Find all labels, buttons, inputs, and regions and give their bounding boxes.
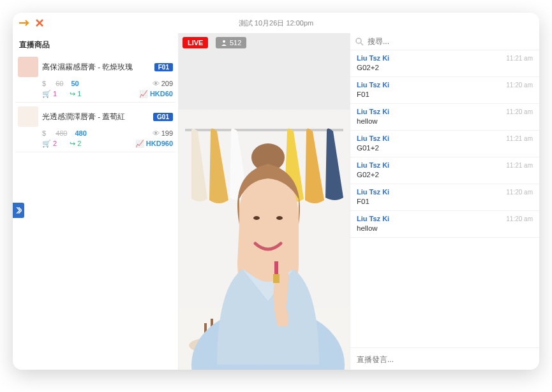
chat-user: Liu Tsz Ki [357, 134, 389, 142]
svg-point-18 [356, 38, 361, 43]
price-current: 50 [71, 80, 78, 87]
chat-user: Liu Tsz Ki [357, 81, 389, 89]
share-icon: ↪ [70, 90, 75, 98]
search-input[interactable] [368, 37, 534, 46]
product-panel-title: 直播商品 [15, 37, 175, 53]
chat-user: Liu Tsz Ki [357, 54, 389, 62]
revenue: 📈HKD60 [139, 90, 173, 98]
svg-rect-17 [273, 274, 280, 283]
dollar-icon: $ [42, 129, 46, 137]
cart-count: 🛒 1 [42, 90, 57, 98]
chat-user: Liu Tsz Ki [357, 108, 389, 115]
live-video: LIVE 512 [179, 33, 350, 370]
search-icon [355, 38, 364, 46]
share-count: ↪ 2 [70, 140, 81, 148]
chart-icon: 📈 [139, 90, 148, 98]
person-icon [221, 40, 227, 46]
view-count: 👁209 [153, 80, 173, 87]
viewer-count: 512 [216, 37, 246, 48]
chat-body: hellow [357, 222, 533, 232]
chat-send-bar [350, 347, 539, 370]
chat-message-list[interactable]: Liu Tsz Ki 11:21 am G02+2 Liu Tsz Ki 11:… [350, 50, 539, 347]
chat-time: 11:20 am [506, 189, 533, 196]
live-badge: LIVE [183, 37, 208, 48]
svg-point-14 [253, 216, 260, 220]
share-count: ↪ 1 [70, 90, 81, 98]
chart-icon: 📈 [135, 140, 144, 147]
svg-point-15 [276, 216, 283, 220]
svg-line-19 [361, 43, 363, 45]
product-name: 高保濕霧感唇膏 - 乾燥玫瑰 [42, 62, 151, 72]
chat-user: Liu Tsz Ki [357, 161, 389, 169]
chat-body: G02+2 [357, 62, 533, 71]
product-name: 光透感潤澤唇膏 - 蓋荀紅 [42, 112, 149, 122]
chat-message: Liu Tsz Ki 11:21 am G02+2 [350, 157, 539, 184]
chat-body: F01 [357, 89, 533, 98]
product-code-badge: F01 [154, 63, 173, 71]
chat-message: Liu Tsz Ki 11:21 am G01+2 [350, 131, 539, 157]
app-window: 測試 10月26日 12:00pm 直播商品 高保濕霧感唇膏 - 乾燥玫瑰 F0… [13, 13, 539, 370]
product-code-badge: G01 [153, 113, 173, 121]
chat-user: Liu Tsz Ki [357, 188, 389, 196]
chat-time: 11:21 am [506, 135, 533, 142]
price-current: 480 [75, 129, 86, 137]
chat-time: 11:20 am [506, 82, 533, 89]
product-thumb [18, 57, 38, 77]
price-original: 480 [56, 129, 67, 137]
eye-icon: 👁 [153, 129, 160, 137]
chat-message: Liu Tsz Ki 11:20 am F01 [350, 184, 539, 211]
revenue: 📈HKD960 [135, 140, 173, 148]
price-original: 60 [56, 80, 63, 87]
chat-input[interactable] [357, 355, 533, 364]
product-item[interactable]: 光透感潤澤唇膏 - 蓋荀紅 G01 $ 480 480 👁199 🛒 2 ↪ 2… [15, 103, 175, 152]
product-panel: 直播商品 高保濕霧感唇膏 - 乾燥玫瑰 F01 $ 60 50 👁209 🛒 1… [13, 33, 179, 370]
chat-time: 11:20 am [506, 215, 533, 222]
chat-body: G02+2 [357, 169, 533, 178]
chevron-right-icon [15, 207, 22, 214]
chat-time: 11:21 am [506, 162, 533, 169]
viewer-count-value: 512 [230, 39, 241, 47]
chat-search [350, 33, 539, 50]
chat-body: hellow [357, 115, 533, 125]
chat-time: 11:20 am [506, 108, 533, 115]
page-title: 測試 10月26日 12:00pm [13, 18, 539, 28]
chat-time: 11:21 am [506, 55, 533, 62]
chat-user: Liu Tsz Ki [357, 215, 389, 222]
chat-panel: Liu Tsz Ki 11:21 am G02+2 Liu Tsz Ki 11:… [350, 33, 539, 370]
stream-illustration [179, 33, 350, 370]
chat-body: F01 [357, 196, 533, 205]
share-icon: ↪ [70, 140, 75, 147]
svg-point-1 [223, 40, 225, 43]
chat-message: Liu Tsz Ki 11:20 am hellow [350, 211, 539, 238]
sidebar-collapse-toggle[interactable] [13, 203, 24, 218]
cart-icon: 🛒 [42, 90, 51, 98]
chat-body: G01+2 [357, 142, 533, 152]
view-count: 👁199 [153, 129, 173, 137]
chat-message: Liu Tsz Ki 11:20 am F01 [350, 77, 539, 104]
product-item[interactable]: 高保濕霧感唇膏 - 乾燥玫瑰 F01 $ 60 50 👁209 🛒 1 ↪ 1 … [15, 53, 175, 103]
chat-message: Liu Tsz Ki 11:21 am G02+2 [350, 50, 539, 77]
svg-rect-4 [185, 129, 343, 131]
product-thumb [18, 106, 38, 127]
cart-icon: 🛒 [42, 140, 51, 147]
title-bar: 測試 10月26日 12:00pm [13, 13, 539, 33]
dollar-icon: $ [42, 80, 46, 87]
cart-count: 🛒 2 [42, 140, 57, 148]
eye-icon: 👁 [153, 80, 160, 87]
chat-message: Liu Tsz Ki 11:20 am hellow [350, 104, 539, 131]
